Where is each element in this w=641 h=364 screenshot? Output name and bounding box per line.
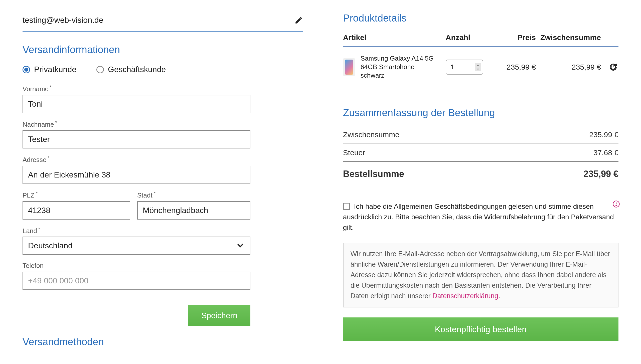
- zip-input[interactable]: [23, 201, 130, 220]
- city-input[interactable]: [137, 201, 250, 220]
- summary-total: Bestellsumme 235,99 €: [343, 161, 618, 184]
- place-order-button[interactable]: Kostenpflichtig bestellen: [343, 317, 618, 341]
- col-price: Preis: [493, 33, 536, 42]
- agb-checkbox[interactable]: [343, 203, 350, 210]
- country-label: Land: [23, 227, 250, 235]
- svg-point-2: [616, 205, 617, 206]
- radio-private[interactable]: Privatkunde: [23, 65, 76, 74]
- product-name: Samsung Galaxy A14 5G 64GB Smartphone sc…: [361, 54, 436, 80]
- refresh-icon[interactable]: [601, 62, 618, 72]
- address-input[interactable]: [23, 166, 250, 184]
- radio-business-label: Geschäftskunde: [108, 65, 166, 74]
- warning-icon: [612, 200, 620, 211]
- summary-subtotal-label: Zwischensumme: [343, 130, 399, 139]
- summary-tax-value: 37,68 €: [593, 148, 618, 157]
- summary-total-value: 235,99 €: [583, 169, 618, 179]
- col-qty: Anzahl: [446, 33, 493, 42]
- product-thumbnail: [343, 58, 355, 76]
- shipping-methods-title: Versandmethoden: [23, 336, 303, 347]
- city-label: Stadt: [137, 191, 250, 199]
- zip-label: PLZ: [23, 191, 130, 199]
- order-summary-title: Zusammenfassung der Bestellung: [343, 107, 618, 118]
- save-button[interactable]: Speichern: [188, 305, 250, 326]
- col-article: Artikel: [343, 33, 446, 42]
- product-details-title: Produktdetails: [343, 13, 618, 24]
- firstname-label: Vorname: [23, 85, 250, 93]
- lastname-label: Nachname: [23, 120, 250, 128]
- email-row: testing@web-vision.de: [23, 13, 303, 32]
- summary-tax-label: Steuer: [343, 148, 365, 157]
- address-label: Adresse: [23, 155, 250, 164]
- summary-subtotal: Zwischensumme 235,99 €: [343, 126, 618, 144]
- row-subtotal: 235,99 €: [536, 63, 601, 71]
- summary-subtotal-value: 235,99 €: [589, 130, 618, 139]
- edit-email-icon[interactable]: [294, 16, 303, 25]
- radio-private-indicator: [23, 66, 30, 73]
- radio-private-label: Privatkunde: [34, 65, 76, 74]
- row-price: 235,99 €: [493, 63, 536, 71]
- agb-block: Ich habe die Allgemeinen Geschäftsbeding…: [343, 201, 618, 233]
- cart-row: Samsung Galaxy A14 5G 64GB Smartphone sc…: [343, 47, 618, 90]
- customer-type-radios: Privatkunde Geschäftskunde: [23, 65, 303, 74]
- privacy-info-box: Wir nutzen Ihre E-Mail-Adresse neben der…: [343, 243, 618, 307]
- summary-total-label: Bestellsumme: [343, 169, 404, 179]
- radio-business[interactable]: Geschäftskunde: [96, 65, 166, 74]
- phone-input[interactable]: [23, 272, 250, 290]
- agb-text: Ich habe die Allgemeinen Geschäftsbeding…: [343, 203, 614, 231]
- radio-business-indicator: [96, 66, 104, 73]
- phone-label: Telefon: [23, 262, 250, 270]
- country-select[interactable]: [23, 237, 250, 255]
- firstname-input[interactable]: [23, 95, 250, 113]
- email-value: testing@web-vision.de: [23, 16, 103, 25]
- lastname-input[interactable]: [23, 130, 250, 148]
- cart-table-header: Artikel Anzahl Preis Zwischensumme: [343, 33, 618, 47]
- privacy-text-post: .: [498, 292, 500, 300]
- qty-stepper[interactable]: ▲▼: [475, 61, 481, 73]
- summary-tax: Steuer 37,68 €: [343, 144, 618, 161]
- privacy-link[interactable]: Datenschutzerklärung: [432, 292, 498, 300]
- shipping-info-title: Versandinformationen: [23, 44, 303, 55]
- col-subtotal: Zwischensumme: [536, 33, 601, 42]
